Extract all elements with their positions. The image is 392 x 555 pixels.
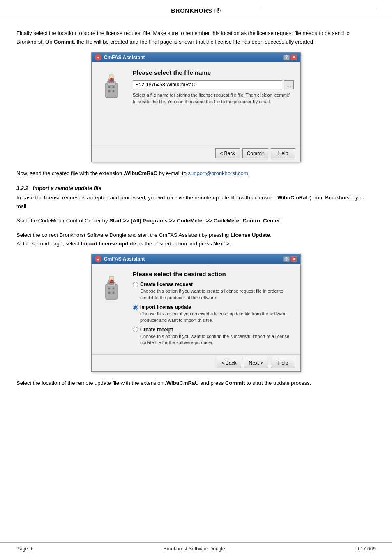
svg-point-4 [108,86,111,88]
dialog1-close-title-btn[interactable]: ✕ [291,55,297,60]
page-header: BRONKHORST® [0,0,392,18]
brand-name: BRONKHORST® [167,7,225,14]
option3-desc: Choose this option if you want to confir… [140,333,294,346]
dialog1-help-title-btn[interactable]: ? [283,55,290,60]
svg-point-19 [110,280,111,281]
svg-point-7 [113,90,115,92]
intro-paragraph: Finally select the location to store the… [16,29,376,46]
option1-text: Create license request [140,282,193,287]
svg-point-5 [113,86,115,88]
option3-label: Create receipt [133,327,294,333]
dialog-select-action: ● CmFAS Assistant ? ✕ [91,254,301,371]
dialog2-back-button[interactable]: < Back [217,358,241,368]
file-path-input[interactable] [133,80,282,89]
dialog1-file-row: ... [133,80,294,89]
dialog2-body: Please select the desired action Create … [92,264,300,354]
section-322-heading: 3.2.2 Import a remote update file [16,185,376,191]
option1-label: Create license request [133,282,294,287]
cmfas-title-icon: ● [95,54,101,61]
dialog1-title-text: CmFAS Assistant [104,55,145,60]
footer-center: Bronkhorst Software Dongle [164,546,225,552]
page-footer: Page 9 Bronkhorst Software Dongle 9.17.0… [0,542,392,555]
dialog1-back-button[interactable]: < Back [215,148,240,158]
section322-para1: In case the license request is accepted … [16,194,376,211]
dialog2-title-text: CmFAS Assistant [104,256,145,262]
dialog2-titlebar: ● CmFAS Assistant ? ✕ [92,254,300,264]
option-create-receipt: Create receipt Choose this option if you… [133,327,294,346]
option2-label: Import license update [133,304,294,310]
option1-radio[interactable] [133,282,138,287]
option2-radio[interactable] [133,305,138,310]
svg-point-16 [108,292,111,294]
dialog1-help-button[interactable]: Help [271,148,295,158]
after-dialog2-text: Select the location of the remote update… [16,379,376,388]
footer-page: Page 9 [16,546,32,552]
dongle-icon [98,71,125,104]
option3-radio[interactable] [133,327,138,332]
option-import-license: Import license update Choose this option… [133,304,294,324]
dialog2-next-button[interactable]: Next > [244,358,268,368]
dialog2-heading: Please select the desired action [133,271,294,278]
dialog2-title-left: ● CmFAS Assistant [95,256,145,262]
option2-text: Import license update [140,304,191,310]
option3-text: Create receipt [140,327,173,333]
dialog1-heading: Please select the file name [133,69,294,76]
option2-desc: Choose this option, if you received a li… [140,311,294,324]
dialog1-title-left: ● CmFAS Assistant [95,54,145,61]
dialog2-footer: < Back Next > Help [92,354,300,371]
dialog2-help-title-btn[interactable]: ? [283,256,290,262]
svg-point-15 [113,288,115,290]
svg-point-6 [108,90,111,92]
main-content: Finally select the location to store the… [0,25,392,402]
section-title: Import a remote update file [33,185,101,191]
section-number: 3.2.2 [16,185,28,191]
option-create-license: Create license request Choose this optio… [133,282,294,301]
section322-para3: Select the correct Bronkhorst Software D… [16,231,376,248]
dialog2-icon-area [98,271,127,349]
dialog2-close-title-btn[interactable]: ✕ [291,256,297,262]
dialog-select-filename: ● CmFAS Assistant ? ✕ [91,52,301,162]
dialog1-subtext: Select a file name for storing the licen… [133,92,294,105]
footer-version: 9.17.069 [356,546,376,552]
dialog1-icon-area [98,69,127,140]
dialog1-commit-button[interactable]: Commit [242,148,268,158]
dongle-icon-2 [98,272,125,305]
support-email-link[interactable]: support@bronkhorst.com [188,170,248,176]
dialog1-titlebar: ● CmFAS Assistant ? ✕ [92,53,300,62]
cmfas-title-icon-2: ● [95,256,101,262]
after-dialog1-text: Now, send the created file with the exte… [16,169,376,178]
svg-point-9 [110,78,111,79]
option1-desc: Choose this option if you want to create… [140,288,294,301]
dialog2-content: Please select the desired action Create … [133,271,294,349]
section322-para2: Start the CodeMeter Control Center by St… [16,217,376,225]
dialog1-footer: < Back Commit Help [92,145,300,162]
dialog2-help-button[interactable]: Help [271,358,295,368]
svg-point-17 [113,292,115,294]
dialog1-content: Please select the file name ... Select a… [133,69,294,140]
svg-point-14 [108,288,111,290]
dialog2-title-buttons: ? ✕ [283,256,297,262]
file-browse-button[interactable]: ... [284,80,294,89]
dialog1-title-buttons: ? ✕ [283,55,297,60]
dialog1-body: Please select the file name ... Select a… [92,62,300,145]
